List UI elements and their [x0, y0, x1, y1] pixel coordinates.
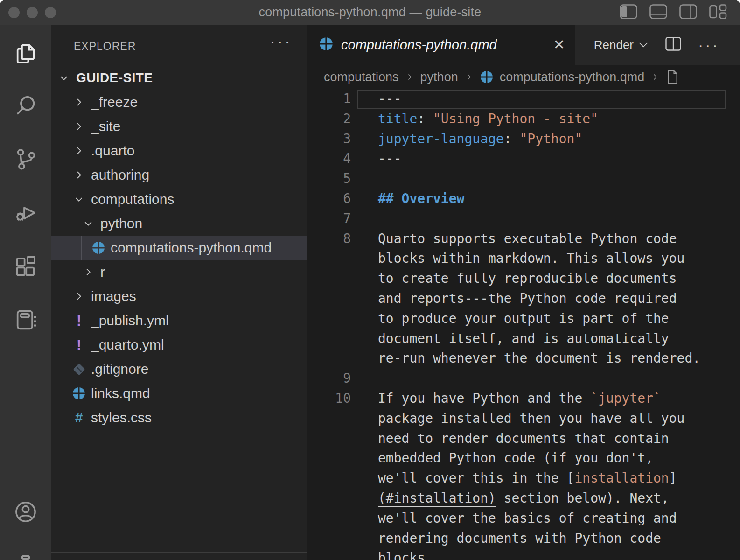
- breadcrumb-item-computations-python.qmd[interactable]: computations-python.qmd: [500, 70, 645, 84]
- code-text: blocks.: [378, 548, 433, 560]
- explorer-icon[interactable]: [14, 42, 38, 66]
- editor-actions: Render ···: [594, 25, 740, 65]
- line-number: 10: [307, 389, 351, 409]
- code-line-10[interactable]: 10If you have Python and the `jupyter`: [307, 389, 740, 409]
- toggle-primary-sidebar-icon[interactable]: [620, 4, 637, 21]
- code-text: ---: [378, 149, 402, 169]
- code-line-8[interactable]: 8Quarto supports executable Python code: [307, 229, 740, 249]
- manage-gear-icon[interactable]: [14, 554, 38, 560]
- tree-item-images[interactable]: images: [51, 284, 307, 308]
- line-number: 8: [307, 229, 351, 249]
- tree-item-links.qmd[interactable]: links.qmd: [51, 381, 307, 406]
- vscode-window: computations-python.qmd — guide-site: [0, 0, 740, 560]
- zoom-window-button[interactable]: [45, 7, 56, 18]
- code-line-1[interactable]: 1---: [307, 89, 740, 109]
- extensions-icon[interactable]: [14, 254, 38, 278]
- line-number: 5: [307, 169, 351, 189]
- tree-item-r[interactable]: r: [51, 260, 307, 284]
- code-line-6[interactable]: 6## Overview: [307, 189, 740, 209]
- code-line-wrap[interactable]: need to render documents that contain: [307, 429, 740, 449]
- traffic-lights: [8, 0, 56, 25]
- code-line-wrap[interactable]: (#installation) section below). Next,: [307, 489, 740, 509]
- close-window-button[interactable]: [8, 7, 20, 18]
- render-button[interactable]: Render: [594, 38, 649, 52]
- code-line-wrap[interactable]: rendering documents with Python code: [307, 529, 740, 549]
- code-line-wrap[interactable]: to create fully reproducible documents: [307, 269, 740, 289]
- tab-computations-python[interactable]: computations-python.qmd ✕: [307, 25, 575, 65]
- tree-item-label: .quarto: [91, 143, 134, 159]
- code-text: to produce your output is part of the: [378, 309, 669, 329]
- customize-layout-icon[interactable]: [709, 4, 728, 21]
- code-line-wrap[interactable]: to produce your output is part of the: [307, 309, 740, 329]
- chevron-right-icon: [71, 169, 87, 181]
- code-text: re-run whenever the document is rendered…: [378, 349, 700, 369]
- line-number: [307, 489, 351, 509]
- tree-item-.gitignore[interactable]: .gitignore: [51, 357, 307, 381]
- account-icon[interactable]: [14, 500, 38, 524]
- code-line-wrap[interactable]: re-run whenever the document is rendered…: [307, 349, 740, 369]
- tree-item-_site[interactable]: _site: [51, 114, 307, 139]
- code-line-wrap[interactable]: blocks.: [307, 548, 740, 560]
- code-line-7[interactable]: 7: [307, 209, 740, 229]
- tree-item-styles.css[interactable]: #styles.css: [51, 406, 307, 430]
- line-number: 6: [307, 189, 351, 209]
- explorer-more-actions[interactable]: ···: [270, 33, 292, 50]
- breadcrumb-separator-icon: [405, 72, 414, 82]
- symbol-file-icon: [666, 70, 679, 84]
- more-actions-icon[interactable]: ···: [698, 37, 719, 53]
- tree-root-GUIDE-SITE[interactable]: GUIDE-SITE: [51, 66, 307, 90]
- run-and-debug-icon[interactable]: [14, 200, 38, 224]
- line-number: 4: [307, 149, 351, 169]
- code-text: embedded Python code (if you don't,: [378, 448, 653, 469]
- toggle-panel-icon[interactable]: [649, 4, 667, 21]
- tree-item-label: authoring: [91, 167, 149, 183]
- code-editor[interactable]: 1---2title: "Using Python - site"3jupyte…: [307, 89, 740, 560]
- tree-item-computations-python.qmd[interactable]: computations-python.qmd: [51, 236, 307, 260]
- code-text: ## Overview: [378, 189, 464, 209]
- tree-item-label: links.qmd: [91, 385, 150, 401]
- tree-item-.quarto[interactable]: .quarto: [51, 139, 307, 163]
- line-number: [307, 249, 351, 269]
- chevron-down-icon: [56, 72, 72, 84]
- code-text: package installed then you have all you: [378, 409, 684, 429]
- toggle-secondary-sidebar-icon[interactable]: [679, 4, 697, 21]
- tree-item-label: _freeze: [91, 94, 138, 110]
- code-line-wrap[interactable]: document itself, and is automatically: [307, 329, 740, 349]
- code-line-wrap[interactable]: and reports---the Python code required: [307, 289, 740, 309]
- line-number: 3: [307, 129, 351, 149]
- source-control-icon[interactable]: [14, 147, 38, 171]
- code-line-2[interactable]: 2title: "Using Python - site": [307, 109, 740, 129]
- quarto-file-icon: [319, 36, 334, 53]
- tree-item-_quarto.yml[interactable]: !_quarto.yml: [51, 333, 307, 357]
- minimize-window-button[interactable]: [27, 7, 38, 18]
- code-line-wrap[interactable]: embedded Python code (if you don't,: [307, 448, 740, 469]
- search-icon[interactable]: [14, 93, 38, 118]
- chevron-right-icon: [71, 97, 87, 108]
- notebook-icon[interactable]: [14, 308, 38, 332]
- chevron-right-icon: [71, 121, 87, 132]
- code-line-9[interactable]: 9: [307, 369, 740, 389]
- breadcrumb-item-python[interactable]: python: [420, 70, 458, 84]
- line-number: 2: [307, 109, 351, 129]
- split-editor-icon[interactable]: [665, 37, 681, 53]
- code-line-wrap[interactable]: we'll cover the basics of creating and: [307, 509, 740, 529]
- code-line-wrap[interactable]: blocks within markdown. This allows you: [307, 249, 740, 269]
- code-line-4[interactable]: 4---: [307, 149, 740, 169]
- tree-item-python[interactable]: python: [51, 211, 307, 236]
- code-line-5[interactable]: 5: [307, 169, 740, 189]
- tree-item-computations[interactable]: computations: [51, 187, 307, 211]
- tree-item-authoring[interactable]: authoring: [51, 163, 307, 187]
- code-line-3[interactable]: 3jupyter-language: "Python": [307, 129, 740, 149]
- tree-item-label: computations-python.qmd: [111, 240, 272, 256]
- chevron-down-icon: [71, 194, 87, 205]
- code-line-wrap[interactable]: we'll cover this in the [installation]: [307, 469, 740, 489]
- line-number: [307, 548, 351, 560]
- outline-section-header[interactable]: OUTLINE: [51, 552, 307, 560]
- tree-item-label: images: [91, 288, 136, 304]
- tree-item-_publish.yml[interactable]: !_publish.yml: [51, 308, 307, 333]
- breadcrumb-item-computations[interactable]: computations: [324, 70, 399, 84]
- git-file-icon: [71, 363, 87, 376]
- code-line-wrap[interactable]: package installed then you have all you: [307, 409, 740, 429]
- tree-item-_freeze[interactable]: _freeze: [51, 90, 307, 114]
- tab-close-icon[interactable]: ✕: [553, 38, 565, 52]
